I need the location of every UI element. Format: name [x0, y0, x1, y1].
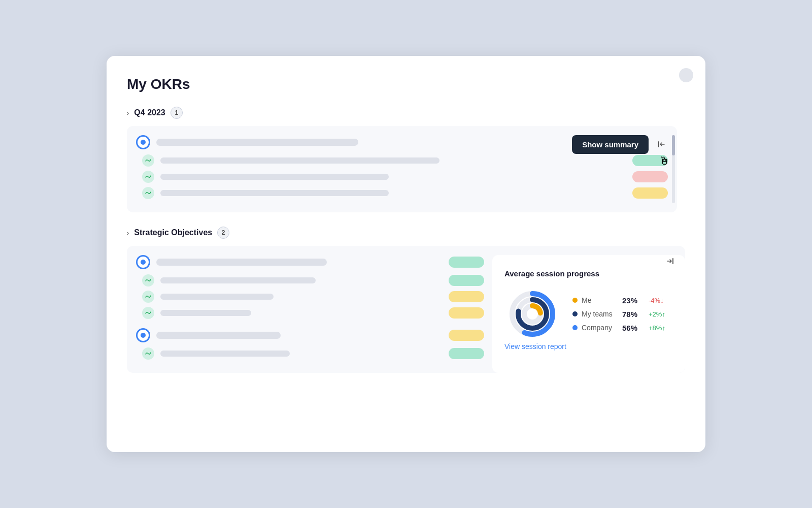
kr-row-1-1 [136, 154, 668, 167]
section-q4-2023-badge: 1 [171, 107, 183, 119]
objective-bar-2-2 [156, 332, 281, 339]
legend-pct-me: 23% [622, 296, 645, 305]
show-summary-button[interactable]: Show summary [572, 135, 649, 154]
kr-icon-1-3 [142, 187, 154, 199]
kr-bar-1-2 [160, 174, 389, 180]
section-q4-2023-title: Q4 2023 [134, 108, 165, 117]
kr-row-1-3 [136, 187, 668, 199]
kr-bar-2-1-2 [160, 294, 274, 300]
kr-icon-2-1-3 [142, 307, 154, 319]
kr-icon-2-2-1 [142, 347, 154, 360]
kr-row-2-2-1 [136, 347, 484, 360]
legend-row-me: Me 23% -4%↓ [572, 296, 665, 305]
objective-bar-1 [156, 139, 358, 146]
legend-change-teams: +2%↑ [649, 310, 665, 318]
svg-rect-1 [672, 258, 673, 264]
legend: Me 23% -4%↓ My teams 78% [572, 296, 665, 332]
okr-card-2-inner: Average session progress [136, 255, 685, 373]
section-q4-2023-header[interactable]: › Q4 2023 1 [127, 107, 685, 119]
kr-row-2-1-2 [136, 291, 484, 303]
chevron-right-icon: › [127, 109, 129, 117]
kr-bar-2-1-3 [160, 310, 251, 316]
section-strategic-header[interactable]: › Strategic Objectives 2 [127, 227, 685, 239]
objective-icon-2-2 [136, 328, 150, 342]
donut-chart [504, 286, 560, 342]
kr-bar-2-1-1 [160, 277, 316, 283]
collapse-icon [657, 140, 666, 149]
svg-rect-0 [658, 141, 659, 147]
main-window: My OKRs › Q4 2023 1 Show summary 🖱 [107, 56, 705, 452]
legend-change-me: -4%↓ [649, 297, 664, 304]
summary-panel: Average session progress [492, 255, 685, 373]
kr-icon-1-1 [142, 154, 154, 167]
okr-main-2 [136, 255, 492, 373]
kr-pill-1-1 [632, 155, 668, 166]
scrollbar-thumb-1[interactable] [672, 135, 675, 155]
objective-bar-2-1 [156, 259, 327, 266]
summary-content: Average session progress [504, 267, 665, 351]
kr-bar-2-2-1 [160, 351, 290, 357]
objective-row-2-2 [136, 328, 484, 342]
chevron-right-icon-2: › [127, 229, 129, 237]
donut-svg [504, 286, 560, 342]
kr-pill-2-2-1 [449, 348, 484, 359]
objective-icon-2-1 [136, 255, 150, 269]
legend-row-company: Company 56% +8%↑ [572, 324, 665, 332]
legend-label-company: Company [582, 324, 618, 332]
legend-dot-company [572, 325, 578, 330]
summary-title: Average session progress [504, 269, 665, 278]
window-close-button[interactable] [679, 68, 693, 82]
legend-label-me: Me [582, 296, 618, 304]
kr-icon-2-1-1 [142, 274, 154, 287]
kr-pill-1-3 [632, 187, 668, 199]
kr-row-2-1-1 [136, 274, 484, 287]
kr-pill-1-2 [632, 171, 668, 182]
legend-row-teams: My teams 78% +2%↑ [572, 310, 665, 319]
legend-label-teams: My teams [582, 310, 618, 318]
obj-pill-2-2 [449, 330, 484, 341]
legend-pct-company: 56% [622, 324, 645, 332]
expand-icon [665, 257, 674, 266]
section-strategic-title: Strategic Objectives [134, 228, 212, 237]
page-title: My OKRs [127, 76, 685, 92]
kr-bar-1-1 [160, 157, 439, 164]
kr-bar-1-3 [160, 190, 389, 196]
expand-button-2[interactable] [661, 252, 679, 270]
kr-icon-1-2 [142, 171, 154, 183]
kr-row-1-2 [136, 171, 668, 183]
okr-card-2: Average session progress [127, 246, 685, 373]
collapse-button-1[interactable] [653, 135, 671, 153]
legend-dot-teams [572, 311, 578, 316]
obj-pill-2-1 [449, 257, 484, 268]
view-session-report-link[interactable]: View session report [504, 342, 566, 351]
legend-change-company: +8%↑ [649, 324, 665, 332]
kr-row-2-1-3 [136, 307, 484, 319]
kr-pill-2-1-3 [449, 307, 484, 319]
objective-icon-1 [136, 135, 150, 149]
section-strategic-badge: 2 [217, 227, 229, 239]
kr-pill-2-1-2 [449, 291, 484, 302]
kr-icon-2-1-2 [142, 291, 154, 303]
legend-pct-teams: 78% [622, 310, 645, 319]
okr-card-1: Show summary 🖱 [127, 126, 677, 212]
kr-pill-2-1-1 [449, 275, 484, 286]
chart-and-legend: Me 23% -4%↓ My teams 78% [504, 286, 665, 342]
scrollbar-track-1 [672, 135, 675, 203]
legend-dot-me [572, 298, 578, 303]
objective-row-2-1 [136, 255, 484, 269]
